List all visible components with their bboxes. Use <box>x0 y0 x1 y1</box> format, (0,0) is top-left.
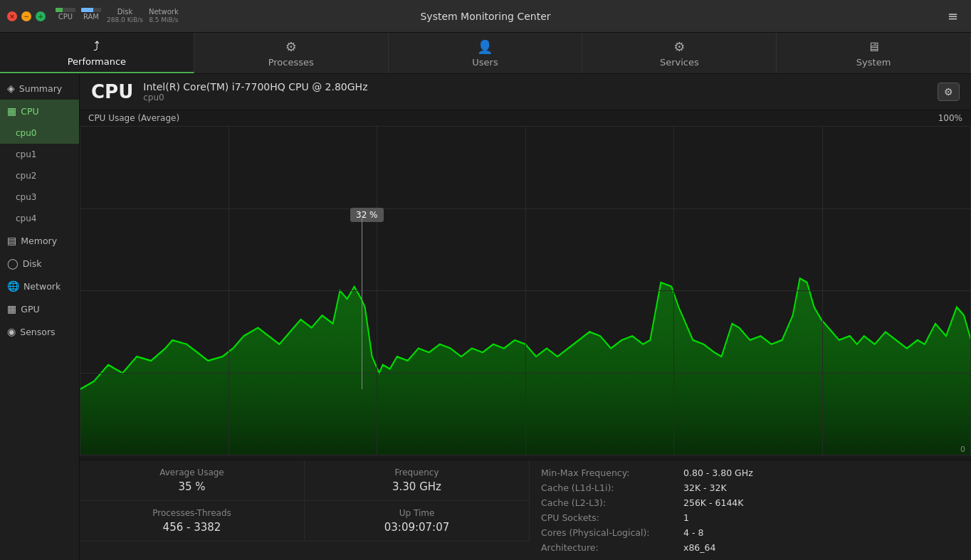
graph-title: CPU Usage (Average) <box>88 113 179 123</box>
titlebar: × − + CPU RAM Disk 288.0 KiB/s Network 8… <box>0 0 971 33</box>
ram-indicator-label: RAM <box>83 13 99 21</box>
cpu-model: Intel(R) Core(TM) i7-7700HQ CPU @ 2.80GH… <box>143 81 367 93</box>
system-icon: 🖥 <box>867 39 880 54</box>
tab-system-label: System <box>856 57 891 68</box>
sidebar-cpu2-label: cpu2 <box>16 171 36 181</box>
sidebar-sensors-label: Sensors <box>20 327 55 337</box>
cores-row: Cores (Physical-Logical): 4 - 8 <box>541 527 960 538</box>
sidebar-cpu1-label: cpu1 <box>16 149 36 159</box>
users-icon: 👤 <box>477 39 493 54</box>
sidebar-cpu4-label: cpu4 <box>16 213 36 223</box>
min-max-freq-row: Min-Max Frequency: 0.80 - 3.80 GHz <box>541 467 960 478</box>
vgrid-line <box>673 126 674 455</box>
cpu-id: cpu0 <box>143 93 367 102</box>
stats-left: Average Usage 35 % Frequency 3.30 GHz Pr… <box>80 460 530 560</box>
graph-container: CPU Usage (Average) 100% <box>80 110 971 460</box>
memory-icon: ▤ <box>7 235 16 246</box>
graph-max-label: 100% <box>938 113 962 123</box>
disk-icon: ◯ <box>7 258 19 269</box>
network-value: 8.5 MiB/s <box>149 16 178 24</box>
tab-processes-label: Processes <box>268 57 314 68</box>
arch-value: x86_64 <box>683 542 715 553</box>
processes-threads-label: Processes-Threads <box>152 508 231 518</box>
graph-grid-vertical <box>80 126 971 455</box>
min-max-freq-value: 0.80 - 3.80 GHz <box>683 467 753 478</box>
average-usage-label: Average Usage <box>159 467 224 477</box>
cache-l1-row: Cache (L1d-L1i): 32K - 32K <box>541 482 960 493</box>
sidebar-item-cpu3[interactable]: cpu3 <box>0 186 79 208</box>
vgrid-line <box>229 126 229 455</box>
sidebar-cpu0-label: cpu0 <box>16 128 36 138</box>
cache-l1-label: Cache (L1d-L1i): <box>541 482 683 493</box>
tab-services[interactable]: ⚙ Services <box>582 33 777 73</box>
sidebar-item-disk[interactable]: ◯ Disk <box>0 252 79 275</box>
ram-indicator: RAM <box>81 8 101 24</box>
stats-right: Min-Max Frequency: 0.80 - 3.80 GHz Cache… <box>530 460 971 560</box>
processes-icon: ⚙ <box>285 39 297 54</box>
window-controls: × − + <box>7 11 46 21</box>
minimize-button[interactable]: − <box>21 11 31 21</box>
cores-value: 4 - 8 <box>683 527 703 538</box>
sockets-label: CPU Sockets: <box>541 512 683 523</box>
cpu-indicator-label: CPU <box>58 13 73 21</box>
main-content: ◈ Summary ▦ CPU cpu0 cpu1 cpu2 cpu3 cpu4… <box>0 74 971 560</box>
sidebar-summary-label: Summary <box>19 83 62 94</box>
vgrid-line <box>80 126 80 455</box>
network-indicator-label: Network <box>149 8 179 16</box>
sockets-value: 1 <box>683 512 689 523</box>
tab-processes[interactable]: ⚙ Processes <box>194 33 389 73</box>
vgrid-line <box>525 126 526 455</box>
sidebar-item-cpu2[interactable]: cpu2 <box>0 165 79 186</box>
tab-system[interactable]: 🖥 System <box>777 33 971 73</box>
sidebar-item-cpu4[interactable]: cpu4 <box>0 208 79 229</box>
stats-bottom: Average Usage 35 % Frequency 3.30 GHz Pr… <box>80 460 971 560</box>
cpu-indicator: CPU <box>56 8 75 24</box>
app-title: System Monitoring Center <box>420 11 550 22</box>
sidebar-network-label: Network <box>23 281 61 292</box>
resource-indicators: CPU RAM Disk 288.0 KiB/s Network 8.5 MiB… <box>56 8 179 24</box>
stats-row-1: Average Usage 35 % Frequency 3.30 GHz <box>80 460 530 501</box>
sidebar-item-sensors[interactable]: ◉ Sensors <box>0 320 79 343</box>
cpu-fill <box>56 8 63 12</box>
summary-icon: ◈ <box>7 83 15 94</box>
cpu-header: CPU Intel(R) Core(TM) i7-7700HQ CPU @ 2.… <box>80 74 971 110</box>
sidebar-memory-label: Memory <box>21 236 57 246</box>
sidebar-item-cpu1[interactable]: cpu1 <box>0 144 79 165</box>
cpu-settings-button[interactable]: ⚙ <box>938 83 960 101</box>
tab-services-label: Services <box>660 57 699 68</box>
sidebar-item-network[interactable]: 🌐 Network <box>0 275 79 297</box>
sockets-row: CPU Sockets: 1 <box>541 512 960 523</box>
average-usage-value: 35 % <box>178 480 205 493</box>
min-max-freq-label: Min-Max Frequency: <box>541 467 683 478</box>
sidebar-item-cpu[interactable]: ▦ CPU <box>0 100 79 122</box>
disk-value: 288.0 KiB/s <box>107 16 143 24</box>
cache-l2-value: 256K - 6144K <box>683 497 744 508</box>
graph-zero-label: 0 <box>960 445 965 454</box>
cache-l2-label: Cache (L2-L3): <box>541 497 683 508</box>
gpu-icon: ▦ <box>7 303 16 315</box>
tab-users-label: Users <box>472 57 498 68</box>
sidebar: ◈ Summary ▦ CPU cpu0 cpu1 cpu2 cpu3 cpu4… <box>0 74 80 560</box>
disk-indicator-label: Disk <box>117 8 132 16</box>
arch-row: Architecture: x86_64 <box>541 542 960 553</box>
network-icon: 🌐 <box>7 280 19 292</box>
tab-performance[interactable]: ⤴ Performance <box>0 33 194 73</box>
uptime-label: Up Time <box>399 508 435 518</box>
tab-users[interactable]: 👤 Users <box>389 33 583 73</box>
tab-bar: ⤴ Performance ⚙ Processes 👤 Users ⚙ Serv… <box>0 33 971 74</box>
cpu-info: Intel(R) Core(TM) i7-7700HQ CPU @ 2.80GH… <box>143 81 367 102</box>
cpu-bar <box>56 8 75 12</box>
sidebar-item-memory[interactable]: ▤ Memory <box>0 229 79 252</box>
sidebar-cpu-label: CPU <box>21 106 38 117</box>
arch-label: Architecture: <box>541 542 683 553</box>
menu-button[interactable]: ≡ <box>942 6 964 26</box>
disk-indicator: Disk 288.0 KiB/s <box>107 8 143 24</box>
tab-performance-label: Performance <box>68 56 126 67</box>
sidebar-item-cpu0[interactable]: cpu0 <box>0 122 79 144</box>
uptime-value: 03:09:07:07 <box>384 521 450 534</box>
sidebar-item-gpu[interactable]: ▦ GPU <box>0 297 79 320</box>
maximize-button[interactable]: + <box>36 11 46 21</box>
close-button[interactable]: × <box>7 11 17 21</box>
average-usage-cell: Average Usage 35 % <box>80 460 305 500</box>
sidebar-item-summary[interactable]: ◈ Summary <box>0 77 79 100</box>
